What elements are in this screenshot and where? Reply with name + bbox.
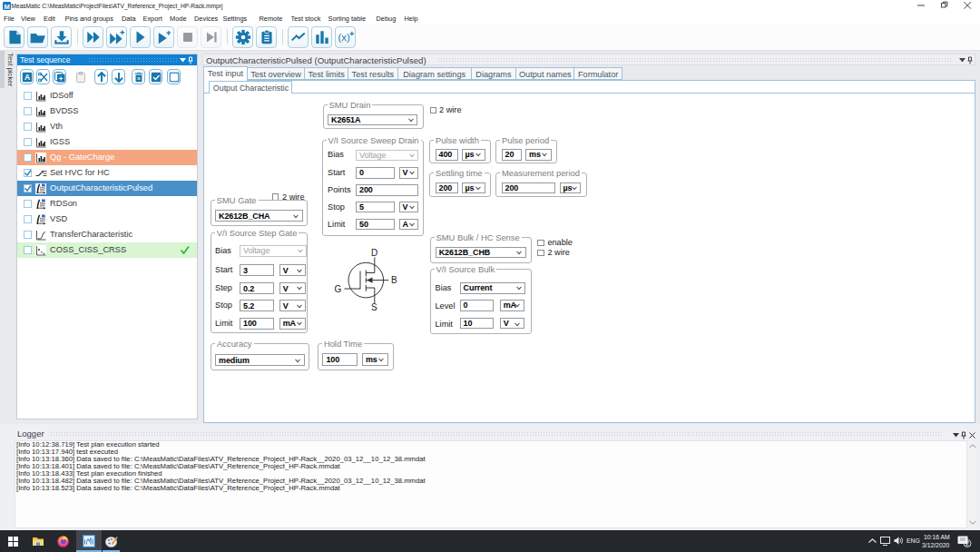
svg-text:G: G [335,284,342,294]
svg-text:D: D [371,248,377,258]
svg-text:S: S [371,302,377,312]
svg-text:B: B [391,275,397,285]
